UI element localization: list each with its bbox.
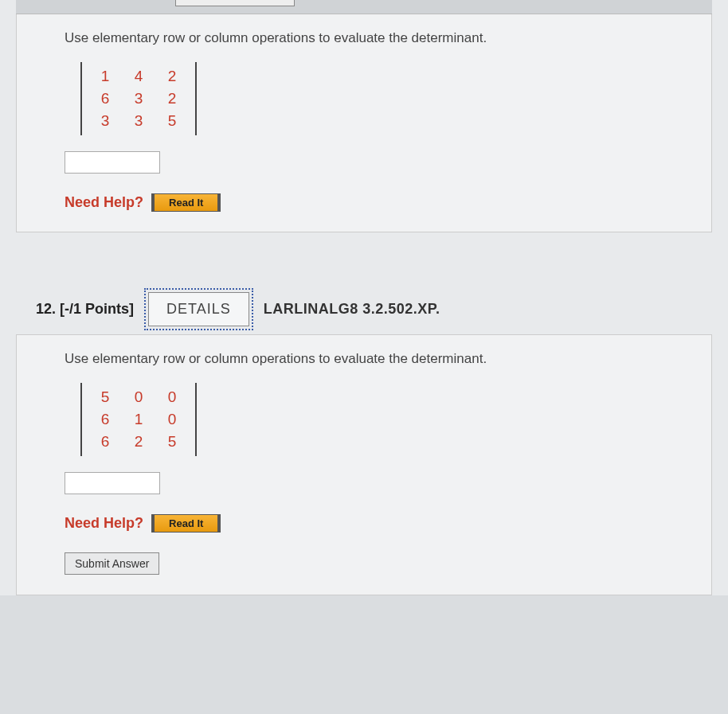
answer-input[interactable] <box>65 472 160 494</box>
determinant-matrix: 1 4 2 6 3 2 3 3 5 <box>80 62 197 135</box>
matrix-cell: 5 <box>155 431 189 453</box>
question-points: [-/1 Points] <box>60 301 134 317</box>
button-stub <box>175 0 295 6</box>
answer-input[interactable] <box>65 151 160 174</box>
matrix-cell: 6 <box>88 431 122 453</box>
submit-answer-button[interactable]: Submit Answer <box>65 552 159 575</box>
question-header-2: 12. [-/1 Points] DETAILS LARLINALG8 3.2.… <box>16 280 712 334</box>
matrix-cell: 5 <box>88 386 122 408</box>
question-code: LARLINALG8 3.2.502.XP. <box>264 301 440 318</box>
matrix-cell: 6 <box>88 88 122 110</box>
matrix-cell: 4 <box>122 65 155 88</box>
matrix-cell: 0 <box>155 386 189 408</box>
matrix-cell: 3 <box>88 110 122 132</box>
question-number: 12. <box>36 301 56 317</box>
matrix-cell: 2 <box>155 65 189 88</box>
need-help-label: Need Help? <box>65 194 143 211</box>
need-help-label: Need Help? <box>65 515 143 532</box>
matrix-cell: 0 <box>155 408 189 431</box>
question-prompt: Use elementary row or column operations … <box>65 30 687 46</box>
determinant-matrix: 5 0 0 6 1 0 6 2 5 <box>80 383 197 456</box>
question-panel-2: Use elementary row or column operations … <box>16 334 712 595</box>
matrix-cell: 0 <box>122 386 155 408</box>
read-it-button[interactable]: Read It <box>151 514 221 533</box>
matrix-cell: 5 <box>155 110 189 132</box>
question-panel-1: Use elementary row or column operations … <box>16 14 712 232</box>
matrix-cell: 3 <box>122 110 155 132</box>
matrix-cell: 3 <box>122 88 155 110</box>
read-it-button[interactable]: Read It <box>151 193 221 212</box>
matrix-cell: 1 <box>122 408 155 431</box>
details-button[interactable]: DETAILS <box>148 292 249 326</box>
matrix-cell: 2 <box>122 431 155 453</box>
matrix-cell: 6 <box>88 408 122 431</box>
question-prompt: Use elementary row or column operations … <box>65 351 687 367</box>
question-number-points: 12. [-/1 Points] <box>36 301 134 318</box>
top-bar <box>16 0 712 14</box>
matrix-cell: 2 <box>155 88 189 110</box>
matrix-cell: 1 <box>88 65 122 88</box>
